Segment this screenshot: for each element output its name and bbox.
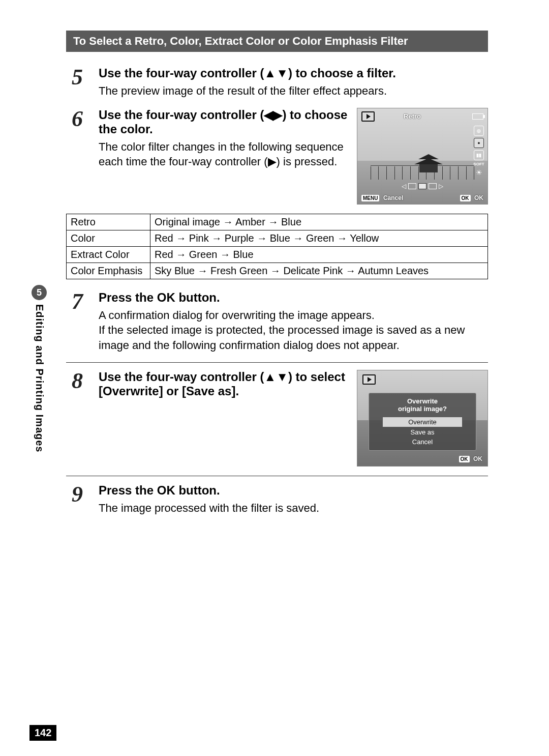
step-number: 9	[66, 483, 88, 516]
right-arrow-icon: ▷	[439, 183, 443, 190]
filter-name-cell: Color	[67, 230, 150, 246]
color-swatch	[429, 183, 437, 189]
ok-glyph: OK	[157, 483, 175, 497]
chapter-title: Editing and Printing Images	[34, 304, 45, 452]
table-row: Color Emphasis Sky Blue → Fresh Green → …	[67, 263, 488, 279]
color-sequence-table: Retro Original image → Amber → Blue Colo…	[66, 214, 488, 279]
step-number: 6	[66, 108, 88, 205]
divider	[66, 362, 488, 363]
filter-icon-selected: ●	[474, 138, 484, 148]
step-8: 8 Use the four-way controller (▲▼) to se…	[66, 370, 488, 467]
filter-icon: ▮▮	[474, 150, 484, 160]
ok-label: OK	[474, 194, 483, 201]
soft-filter-label: SOFT	[473, 162, 484, 166]
ok-label: OK	[473, 455, 482, 462]
step-heading: Use the four-way controller (◀▶) to choo…	[99, 108, 349, 136]
cancel-label: Cancel	[383, 194, 403, 201]
table-row: Retro Original image → Amber → Blue	[67, 214, 488, 230]
step-7: 7 Press the OK button. A confirmation di…	[66, 290, 488, 353]
menu-button-label: MENU	[361, 195, 379, 201]
page-number: 142	[29, 725, 56, 741]
side-tab: 5 Editing and Printing Images	[30, 285, 48, 504]
step-description: The image processed with the filter is s…	[99, 501, 488, 516]
step-heading: Press the OK button.	[99, 290, 488, 305]
step-description: The preview image of the result of the f…	[99, 83, 488, 99]
dialog-option: Cancel	[369, 437, 476, 447]
color-selector: ◁ ▷	[357, 183, 487, 190]
filter-title: Retro	[361, 112, 463, 120]
ok-button-label: OK	[459, 456, 470, 462]
camera-lcd-confirm: Overwrite original image? Overwrite Save…	[357, 370, 488, 467]
step-heading: Press the OK button.	[99, 483, 488, 498]
filter-name-cell: Color Emphasis	[67, 263, 150, 279]
step-heading: Use the four-way controller (▲▼) to sele…	[99, 370, 349, 398]
filter-name-cell: Extract Color	[67, 246, 150, 263]
confirm-dialog: Overwrite original image? Overwrite Save…	[369, 393, 476, 451]
brightness-icon: ☀	[474, 168, 483, 178]
table-row: Extract Color Red → Green → Blue	[67, 246, 488, 263]
dialog-option-selected: Overwrite	[382, 417, 463, 427]
step-heading: Use the four-way controller (▲▼) to choo…	[99, 66, 488, 80]
section-heading: To Select a Retro, Color, Extract Color …	[66, 31, 488, 52]
color-swatch-selected	[418, 183, 426, 189]
left-arrow-icon: ◁	[402, 183, 406, 190]
step-9: 9 Press the OK button. The image process…	[66, 483, 488, 516]
dialog-line-2: original image?	[369, 405, 476, 413]
filter-sequence-cell: Red → Green → Blue	[150, 246, 488, 263]
ok-button-label: OK	[460, 195, 471, 201]
step-5: 5 Use the four-way controller (▲▼) to ch…	[66, 66, 488, 99]
page-content: To Select a Retro, Color, Extract Color …	[66, 31, 488, 525]
color-swatch	[408, 183, 416, 189]
step-number: 5	[66, 66, 88, 99]
filter-sequence-cell: Red → Pink → Purple → Blue → Green → Yel…	[150, 230, 488, 246]
dialog-option: Save as	[369, 427, 476, 437]
step-description: A confirmation dialog for overwriting th…	[99, 308, 488, 353]
step-number: 8	[66, 370, 88, 467]
filter-icon: ◎	[474, 126, 484, 136]
step-number: 7	[66, 290, 88, 353]
chapter-number-badge: 5	[32, 285, 47, 300]
step-6: 6 Use the four-way controller (◀▶) to ch…	[66, 108, 488, 205]
playback-icon	[362, 374, 376, 385]
dialog-line-1: Overwrite	[369, 397, 476, 405]
filter-sequence-cell: Sky Blue → Fresh Green → Delicate Pink →…	[150, 263, 488, 279]
camera-lcd-preview: Retro ◎ ● ▮▮ SOFT ☀ ◁	[357, 108, 488, 205]
ok-glyph: OK	[157, 290, 175, 304]
filter-name-cell: Retro	[67, 214, 150, 230]
table-row: Color Red → Pink → Purple → Blue → Green…	[67, 230, 488, 246]
filter-sequence-cell: Original image → Amber → Blue	[150, 214, 488, 230]
filter-icon-strip: ◎ ● ▮▮ SOFT ☀	[473, 126, 484, 178]
step-description: The color filter changes in the followin…	[99, 139, 349, 169]
divider	[66, 476, 488, 476]
battery-icon	[472, 113, 483, 120]
